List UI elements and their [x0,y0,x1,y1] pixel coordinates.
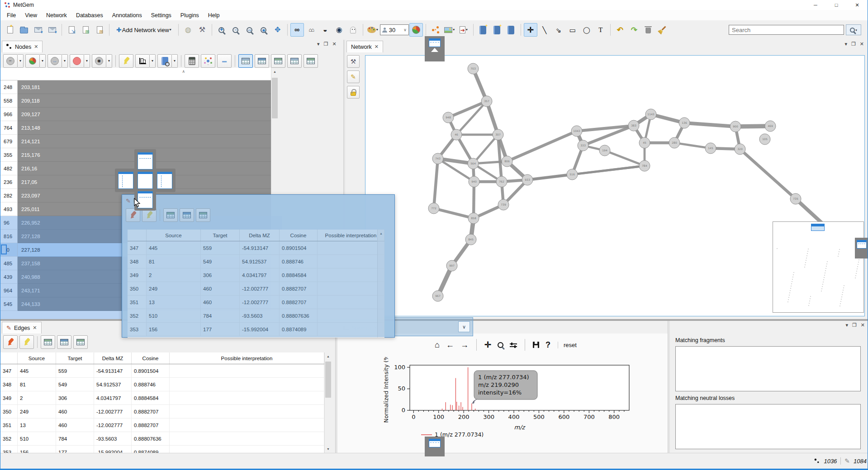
column-header-target[interactable]: Target [201,230,240,241]
move-tool-button[interactable]: ✛ [524,23,537,37]
row-header-cell[interactable]: 764 [0,121,18,135]
forward-icon[interactable]: → [460,341,469,349]
tab-scroll-button[interactable]: ∨ [458,321,470,332]
network-node[interactable]: 743 [432,153,443,164]
histogram-button[interactable] [135,54,150,68]
library-button[interactable] [504,23,518,37]
network-layout-button[interactable] [429,23,442,37]
open-databases-button[interactable] [476,23,490,37]
ellipse-tool-button[interactable]: ◯ [580,23,593,37]
cell-delta[interactable]: 54.912537 [94,378,132,391]
cell-cosine[interactable]: 0.8874089 [132,446,170,453]
cell-interp[interactable] [170,446,324,453]
cell-source[interactable]: 445 [147,241,201,254]
lock-annotations-button[interactable] [347,86,360,99]
column-header-delta-mz[interactable]: Delta MZ [94,352,132,364]
node-size-button[interactable]: ↔ [47,54,62,68]
reset-button[interactable]: reset [558,342,577,348]
cell-delta[interactable]: -93.5603 [94,432,132,445]
dock-float-icon[interactable]: ❐ [851,42,856,47]
node-ring-button-dropdown[interactable]: ▾ [106,54,112,68]
network-node[interactable]: 194 [599,145,610,156]
subplots-icon[interactable] [510,342,517,348]
network-node[interactable]: 900 [730,121,741,132]
view-standards-button[interactable] [490,23,504,37]
edit-annotations-button[interactable]: ⚒ [347,55,360,68]
network-node[interactable]: 564 [468,158,479,169]
export-button[interactable]: ➜▾ [457,23,470,37]
row-header-cell[interactable]: 482 [0,162,18,175]
zoom-in-button[interactable]: ✚ [215,23,228,37]
floating-table-scrollbar[interactable]: ▲ [377,230,384,338]
table-view-button[interactable] [163,208,178,222]
mz-cell[interactable]: 209,127 [18,108,271,121]
cell-target[interactable]: 559 [201,241,240,254]
scroll-up-icon[interactable]: ▲ [378,230,384,237]
network-edge[interactable] [507,131,577,161]
menu-item-databases[interactable]: Databases [71,11,108,20]
table-row[interactable]: 347445559-54.9131470.8901504 [0,364,324,378]
tools-button[interactable]: ⚒ [195,23,209,37]
cell-delta[interactable]: 4.0341797 [240,268,280,282]
fullscreen-button[interactable]: ✥ [271,23,285,37]
cell-interp[interactable] [170,391,324,404]
ghost-mode-button[interactable] [346,23,360,37]
network-edge[interactable] [605,150,645,166]
network-edge[interactable] [434,159,438,208]
table-view-button[interactable] [238,54,253,68]
nodes-table-header[interactable]: ∧ [0,68,271,80]
link-nodes-button[interactable]: ∞ [290,23,304,37]
dock-guide-top-edge[interactable] [425,36,445,61]
node-highlight-button-dropdown[interactable]: ▾ [84,54,90,68]
table-row[interactable]: 679214,121 [0,135,271,148]
mz-cell[interactable]: 209,118 [18,94,271,108]
cell-cosine[interactable]: 0.8884584 [132,391,170,404]
cell-interp[interactable] [318,241,384,254]
scroll-up-icon[interactable]: ▲ [325,352,332,360]
dock-guide-right[interactable] [157,172,172,189]
network-minimap[interactable] [773,221,864,313]
cell-delta[interactable]: -12.002777 [240,282,280,295]
lookup-database-button[interactable] [157,54,172,68]
network-edge[interactable] [684,123,735,127]
cell-source[interactable]: 81 [18,378,56,391]
cell-target[interactable]: 784 [56,432,94,445]
cell-interp[interactable] [318,296,384,309]
dock-float-icon[interactable]: ❐ [852,323,857,328]
menu-item-annotations[interactable]: Annotations [108,11,147,20]
matching-fragments-box[interactable] [675,346,861,391]
histogram-button-dropdown[interactable]: ▾ [150,54,156,68]
cell-cosine[interactable]: 0.8882707 [280,296,318,309]
cell-delta[interactable]: -54.913147 [94,364,132,377]
matching-neutral-losses-box[interactable] [675,404,861,449]
cell-target[interactable]: 177 [201,323,240,336]
cell-cosine[interactable]: 0.88807636 [280,309,318,322]
table-sort-button[interactable] [180,208,194,222]
table-compare-button[interactable] [287,54,302,68]
import-group-mappings-button[interactable]: ⊞ [93,23,106,37]
table-fit-button[interactable] [196,208,210,222]
cell-target[interactable]: 177 [56,446,94,453]
cell-interp[interactable] [318,323,384,336]
search-button[interactable]: ▾ [846,24,861,35]
edge-highlight-red-button[interactable] [3,335,18,349]
delete-button[interactable] [641,23,655,37]
dash-button[interactable]: ▬ [217,54,232,68]
scroll-up-icon[interactable]: ▲ [271,68,278,75]
network-node[interactable]: 46 [451,129,462,140]
cell-target[interactable]: 559 [56,364,94,377]
text-tool-button[interactable]: T [594,23,607,37]
import-metadata-button[interactable]: ⊞ [79,23,92,37]
dock-menu-icon[interactable]: ▾ [317,42,320,47]
table-row[interactable]: 34923064.03417970.8884584 [0,391,324,405]
zoom-icon[interactable] [498,342,503,348]
node-highlight-button[interactable] [70,54,84,68]
cell-source[interactable]: 13 [18,418,56,432]
dock-menu-icon[interactable]: ▾ [845,323,848,328]
arrow-tool-button[interactable]: ⇘ [552,23,565,37]
menu-item-settings[interactable]: Settings [147,11,176,20]
network-node[interactable]: 933 [522,174,533,185]
scroll-thumb[interactable] [325,362,331,398]
row-header-cell[interactable]: 355 [0,148,18,162]
network-node[interactable]: 967 [432,291,443,301]
